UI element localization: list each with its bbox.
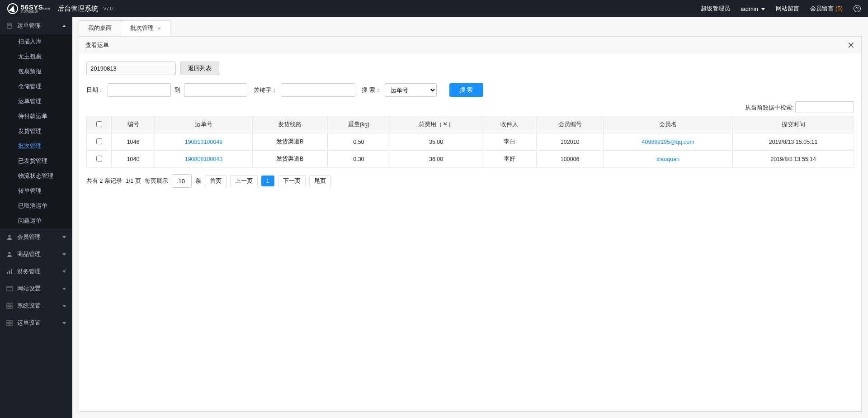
to-label: 到 [175,86,180,94]
chevron-down-icon [62,271,66,273]
sidebar-item[interactable]: 已取消运单 [0,199,72,214]
header-right: 超级管理员 iadmin 网站留言 会员留言 (5) ? [701,5,861,13]
svg-rect-15 [10,320,12,323]
sidebar-group[interactable]: 运单管理 [0,17,72,34]
table-row: 1040190808100043发货渠道B0.3036.00李好100006xi… [87,151,854,168]
cell-weight: 0.30 [327,151,390,168]
chevron-up-icon [62,25,66,27]
next-page-button[interactable]: 下一页 [278,175,306,187]
svg-rect-6 [9,271,10,274]
tab[interactable]: 我的桌面 [79,20,121,36]
filter-row-1: 返回列表 [86,62,854,75]
svg-rect-11 [10,303,12,305]
sidebar-item[interactable]: 无主包裹 [0,49,72,64]
data-table: 编号运单号发货线路重量(kg)总费用（￥）收件人会员编号会员名提交时间 1046… [86,116,854,168]
svg-rect-17 [10,323,12,326]
local-search-input[interactable] [795,101,854,113]
help-icon[interactable]: ? [854,5,861,12]
sidebar-item[interactable]: 物流状态管理 [0,169,72,184]
sidebar-group[interactable]: 运单设置 [0,314,72,332]
member-message-link[interactable]: 会员留言 (5) [810,5,843,13]
logo-domain: .com [42,6,50,10]
svg-rect-16 [7,323,9,326]
column-header: 会员名 [604,116,733,133]
first-page-button[interactable]: 首页 [205,175,226,187]
content-header: 查看运单 ✕ [79,37,861,54]
sidebar-item[interactable]: 批次管理 [0,139,72,154]
member-link[interactable]: 409889195@qq.com [642,139,694,145]
column-header: 发货线路 [252,116,327,133]
content-title: 查看运单 [85,41,109,49]
sidebar-item[interactable]: 仓储管理 [0,79,72,94]
sidebar-item[interactable]: 待付款运单 [0,109,72,124]
header: 56SYS.com 全球物流通 后台管理系统 V7.0 超级管理员 iadmin… [0,0,868,17]
prev-page-button[interactable]: 上一页 [230,175,258,187]
chevron-down-icon [62,253,66,256]
waybill-link[interactable]: 190813100049 [185,139,222,145]
sidebar-item[interactable]: 转单管理 [0,184,72,199]
cell-recv: 李白 [482,133,537,151]
row-checkbox[interactable] [96,138,102,144]
sidebar-group-label: 系统设置 [17,302,41,310]
cell-no: 1040 [112,151,155,168]
sidebar-item[interactable]: 扫描入库 [0,34,72,49]
sidebar-item[interactable]: 问题运单 [0,214,72,228]
site-message-link[interactable]: 网站留言 [776,5,799,13]
layout-icon [6,285,13,292]
sidebar-group[interactable]: 会员管理 [0,228,72,246]
column-header: 编号 [112,116,155,133]
grid-icon [6,303,13,309]
sidebar-item[interactable]: 发货管理 [0,124,72,139]
search-type-select[interactable]: 运单号 [385,83,437,97]
sidebar-group[interactable]: 网站设置 [0,280,72,297]
batch-input[interactable] [86,62,176,75]
column-header: 会员编号 [537,116,604,133]
cell-no: 1046 [112,133,155,151]
local-search-label: 从当前数据中检索: [745,104,793,111]
stats-icon [6,268,13,275]
cell-fee: 36.00 [390,151,482,168]
date-from-input[interactable] [108,83,171,97]
svg-rect-13 [10,306,12,309]
column-header: 总费用（￥） [390,116,482,133]
user-icon [6,251,13,257]
user-dropdown[interactable]: iadmin [741,5,765,12]
search-button[interactable]: 搜 索 [449,83,484,97]
table-row: 1046190813100049发货渠道B0.5035.00李白10201040… [87,133,854,151]
tab-close-icon[interactable]: × [157,25,161,32]
close-icon[interactable]: ✕ [847,41,855,50]
waybill-link[interactable]: 190808100043 [185,156,222,162]
page-1-button[interactable]: 1 [261,176,274,186]
sidebar-item[interactable]: 包裹预报 [0,64,72,79]
chevron-down-icon [62,288,66,290]
member-link[interactable]: xiaoquan [656,156,679,162]
grid-icon [6,320,13,326]
page-size-input[interactable] [172,174,192,188]
svg-point-4 [9,252,11,254]
svg-rect-10 [7,303,9,305]
per-page-label: 每页展示 [145,177,168,185]
back-button[interactable]: 返回列表 [180,62,219,75]
sidebar-group[interactable]: 商品管理 [0,246,72,263]
svg-rect-14 [7,320,9,323]
cell-fee: 35.00 [390,133,482,151]
last-page-button[interactable]: 尾页 [309,175,331,187]
user-icon [6,234,13,240]
sidebar-group[interactable]: 系统设置 [0,297,72,314]
select-all-checkbox[interactable] [96,121,102,127]
message-count: (5) [835,5,843,12]
sidebar-group[interactable]: 财务管理 [0,263,72,280]
row-checkbox[interactable] [96,156,102,162]
main: 我的桌面批次管理× 查看运单 ✕ 返回列表 日期： 到 关键字： 搜 [72,17,868,418]
tab[interactable]: 批次管理× [121,20,170,36]
keyword-label: 关键字： [254,86,277,94]
sidebar-item[interactable]: 运单管理 [0,94,72,109]
header-left: 56SYS.com 全球物流通 后台管理系统 V7.0 [7,3,113,14]
sidebar-item[interactable]: 已发货管理 [0,154,72,169]
cell-time: 2019/8/8 13:55:14 [733,151,854,168]
date-to-input[interactable] [184,83,247,97]
cell-time: 2019/8/13 15:05:11 [733,133,854,151]
page-info: 1/1 页 [126,177,141,185]
keyword-input[interactable] [281,83,355,97]
app-version: V7.0 [104,6,113,11]
